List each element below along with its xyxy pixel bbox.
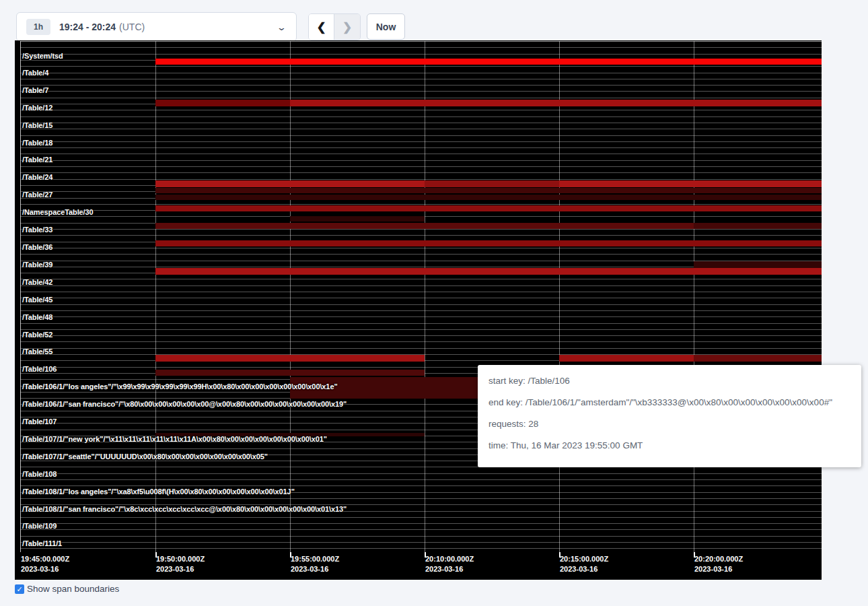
span-label: /Table/106/1/"san francisco"/"\x80\x00\x… bbox=[22, 400, 347, 408]
heat-band bbox=[155, 205, 822, 211]
span-boundary-line bbox=[20, 66, 822, 67]
tooltip-requests: requests: 28 bbox=[489, 419, 851, 429]
span-label: /Table/106 bbox=[22, 365, 57, 373]
span-boundary-line bbox=[20, 129, 822, 129]
span-boundary-line bbox=[20, 116, 822, 117]
span-boundary-line bbox=[20, 229, 822, 230]
span-boundary-line bbox=[20, 135, 822, 136]
span-label: /System/tsd bbox=[22, 52, 63, 60]
span-label: /Table/106/1/"los angeles"/"\x99\x99\x99… bbox=[22, 382, 338, 391]
span-label: /Table/21 bbox=[22, 156, 52, 164]
tooltip-start-key: start key: /Table/106 bbox=[489, 376, 851, 386]
span-boundary-line bbox=[20, 98, 822, 98]
span-label: /Table/42 bbox=[22, 278, 52, 286]
span-boundary-line bbox=[20, 298, 822, 298]
span-boundary-line bbox=[20, 498, 822, 499]
heat-band bbox=[694, 355, 822, 362]
span-boundary-line bbox=[20, 341, 822, 342]
span-label: /Table/111/1 bbox=[22, 539, 62, 547]
span-boundary-line bbox=[20, 348, 822, 349]
span-boundary-line bbox=[20, 123, 822, 123]
span-boundary-line bbox=[20, 529, 822, 530]
span-boundary-line bbox=[20, 154, 822, 154]
heat-band bbox=[559, 355, 694, 362]
heat-band bbox=[155, 100, 290, 106]
span-label: /Table/45 bbox=[22, 296, 52, 304]
chevron-down-icon: ⌄ bbox=[277, 23, 287, 32]
toolbar: 1h 19:24 - 20:24 (UTC) ⌄ ❮ ❯ Now bbox=[0, 0, 868, 40]
span-label: /Table/18 bbox=[22, 139, 52, 147]
span-label: /Table/39 bbox=[22, 261, 52, 269]
span-label: /Table/108/1/"los angeles"/"\xa8\xf5\u00… bbox=[22, 487, 295, 496]
span-boundary-line bbox=[20, 517, 822, 518]
span-boundary-line bbox=[20, 316, 822, 317]
heat-band bbox=[155, 59, 822, 65]
span-boundary-line bbox=[20, 110, 822, 110]
span-boundary-line bbox=[20, 485, 822, 486]
hover-tooltip: start key: /Table/106 end key: /Table/10… bbox=[478, 365, 861, 467]
duration-badge: 1h bbox=[26, 19, 50, 35]
span-boundary-line bbox=[20, 248, 822, 248]
axis-time-label: 20:15:00.000Z2023-03-16 bbox=[560, 554, 608, 574]
span-boundary-line bbox=[20, 536, 822, 537]
span-boundary-line bbox=[20, 91, 822, 92]
axis-time-label: 19:55:00.000Z2023-03-16 bbox=[291, 554, 339, 574]
heat-band bbox=[155, 240, 822, 246]
span-boundary-line bbox=[20, 47, 822, 48]
span-label: /Table/24 bbox=[22, 173, 52, 181]
span-label: /Table/108/1/"san francisco"/"\x8c\xcc\x… bbox=[22, 505, 347, 513]
heat-band bbox=[155, 355, 425, 362]
left-boundary-line bbox=[20, 41, 21, 552]
heat-band bbox=[694, 261, 822, 268]
span-boundary-line bbox=[20, 285, 822, 286]
axis-time-label: 20:20:00.000Z2023-03-16 bbox=[694, 554, 743, 574]
prev-interval-button[interactable]: ❮ bbox=[309, 14, 334, 40]
span-boundary-line bbox=[20, 335, 822, 336]
span-boundary-line bbox=[20, 304, 822, 305]
span-boundary-line bbox=[20, 473, 822, 474]
span-boundary-line bbox=[20, 235, 822, 236]
tooltip-end-key: end key: /Table/106/1/"amsterdam"/"\xb33… bbox=[489, 397, 851, 407]
now-button[interactable]: Now bbox=[367, 13, 405, 40]
span-boundary-line bbox=[20, 292, 822, 292]
span-label: /Table/12 bbox=[22, 104, 52, 112]
span-boundary-line bbox=[20, 479, 822, 480]
span-label: /NamespaceTable/30 bbox=[22, 208, 94, 216]
span-boundary-line bbox=[20, 310, 822, 311]
axis-time-label: 20:10:00.000Z2023-03-16 bbox=[425, 554, 474, 574]
span-boundary-line bbox=[20, 204, 822, 205]
span-label: /Table/109 bbox=[22, 522, 57, 530]
heat-band bbox=[155, 223, 694, 229]
timezone-label: (UTC) bbox=[119, 22, 145, 32]
heat-band bbox=[559, 180, 822, 187]
show-span-boundaries-control: ✓ Show span boundaries bbox=[15, 584, 119, 594]
span-label: /Table/107/1/"new york"/"\x11\x11\x11\x1… bbox=[22, 435, 327, 443]
span-boundary-line bbox=[20, 542, 822, 543]
span-label: /Table/52 bbox=[22, 331, 52, 339]
heat-band bbox=[155, 195, 822, 200]
axis-time-label: 19:50:00.000Z2023-03-16 bbox=[156, 554, 205, 574]
time-gridline bbox=[290, 41, 291, 552]
show-span-boundaries-label: Show span boundaries bbox=[27, 584, 119, 594]
span-label: /Table/4 bbox=[22, 69, 48, 77]
span-boundary-line bbox=[20, 73, 822, 73]
time-nav-group: ❮ ❯ bbox=[308, 13, 361, 40]
show-span-boundaries-checkbox[interactable]: ✓ bbox=[15, 584, 24, 594]
span-label: /Table/55 bbox=[22, 347, 52, 356]
next-interval-button[interactable]: ❯ bbox=[334, 14, 360, 40]
heat-band bbox=[290, 100, 822, 106]
span-boundary-line bbox=[20, 141, 822, 142]
time-gridline bbox=[155, 41, 156, 552]
time-gridline bbox=[694, 41, 694, 552]
heatmap-canvas[interactable]: /System/tsd/Table/4/Table/7/Table/12/Tab… bbox=[15, 40, 822, 580]
tooltip-time: time: Thu, 16 Mar 2023 19:55:00 GMT bbox=[489, 440, 851, 450]
heat-band bbox=[290, 216, 425, 222]
time-range-select[interactable]: 1h 19:24 - 20:24 (UTC) ⌄ bbox=[16, 12, 297, 42]
span-boundary-line bbox=[20, 329, 822, 330]
heat-band bbox=[694, 223, 822, 229]
span-boundary-line bbox=[20, 54, 822, 55]
span-label: /Table/7 bbox=[22, 86, 48, 94]
heat-band bbox=[155, 188, 822, 193]
span-label: /Table/107 bbox=[22, 417, 57, 426]
time-gridline bbox=[559, 41, 560, 552]
